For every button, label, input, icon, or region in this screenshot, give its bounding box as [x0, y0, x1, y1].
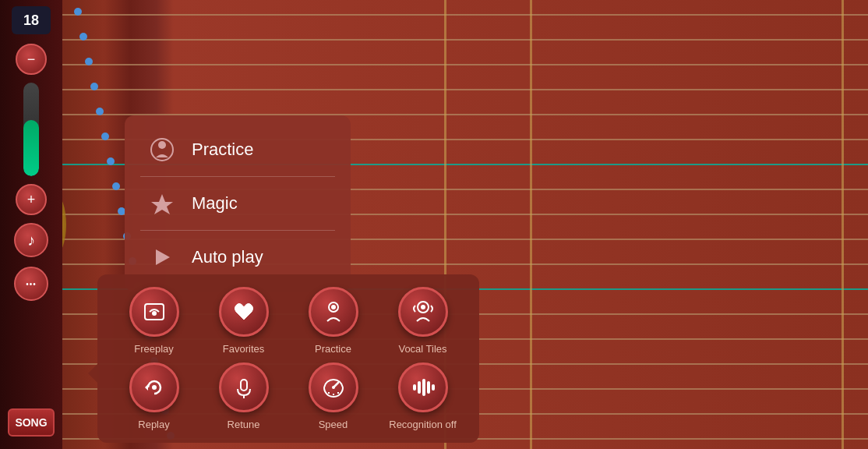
more-options-button[interactable]: ••• [14, 267, 48, 301]
mode-menu: Practice Magic Auto play [125, 115, 351, 292]
replay-button[interactable] [129, 362, 179, 412]
practice-control[interactable]: Practice [292, 287, 374, 355]
vocal-tiles-button[interactable] [398, 287, 448, 337]
freeplay-control[interactable]: Freeplay [113, 287, 195, 355]
practice-icon [148, 136, 176, 164]
controls-panel: Freeplay Favorites Practice [97, 274, 479, 443]
mode-magic-item[interactable]: Magic [140, 179, 335, 228]
bridge-dot-8 [112, 182, 120, 190]
vocal-tiles-label: Vocal Tiles [398, 343, 446, 355]
plus-icon: + [27, 192, 36, 208]
menu-divider-2 [140, 230, 335, 231]
svg-point-3 [152, 311, 157, 316]
string-1 [62, 14, 868, 16]
svg-point-8 [152, 385, 157, 390]
svg-rect-16 [413, 384, 416, 391]
bridge-dot-3 [85, 58, 93, 65]
speed-button[interactable] [309, 362, 358, 412]
svg-rect-17 [418, 381, 421, 394]
freeplay-button[interactable] [129, 287, 179, 337]
panel-arrow [88, 362, 99, 384]
retune-label: Retune [228, 419, 260, 430]
bridge-dot-6 [101, 133, 109, 140]
svg-point-1 [158, 141, 166, 149]
svg-point-7 [421, 305, 425, 309]
left-panel: 18 − + ♪ ••• SONG [0, 0, 62, 449]
volume-increase-button[interactable]: + [16, 184, 47, 215]
svg-rect-20 [432, 384, 435, 391]
string-4 [62, 89, 868, 90]
counter-value: 18 [23, 12, 39, 29]
bridge-dot-4 [90, 83, 98, 90]
bridge-dot-5 [96, 108, 104, 115]
bar-line-3 [842, 0, 844, 449]
dots-icon: ••• [26, 280, 37, 288]
replay-label: Replay [138, 419, 169, 430]
mode-practice-item[interactable]: Practice [140, 125, 335, 175]
song-label: SONG [15, 416, 47, 429]
speed-label: Speed [319, 419, 348, 430]
magic-icon [148, 189, 176, 217]
magic-label: Magic [192, 193, 238, 214]
vocal-tiles-control[interactable]: Vocal Tiles [382, 287, 464, 355]
speed-control[interactable]: Speed [292, 362, 374, 430]
menu-divider-1 [140, 176, 335, 177]
freeplay-label: Freeplay [134, 343, 174, 355]
bridge-dot-7 [107, 157, 115, 165]
retune-button[interactable] [219, 362, 269, 412]
string-2 [62, 39, 868, 41]
practice-button[interactable] [309, 287, 358, 337]
bridge-dot-2 [79, 33, 87, 41]
minus-icon: − [27, 51, 36, 68]
autoplay-icon [148, 243, 176, 271]
counter-badge: 18 [12, 6, 51, 34]
music-button[interactable]: ♪ [14, 223, 48, 257]
controls-grid: Freeplay Favorites Practice [113, 287, 464, 430]
svg-point-5 [331, 305, 336, 309]
autoplay-label: Auto play [192, 247, 263, 267]
recognition-label: Recognition off [389, 419, 457, 430]
favorites-label: Favorites [223, 343, 264, 355]
retune-control[interactable]: Retune [203, 362, 284, 430]
recognition-button[interactable] [398, 362, 448, 412]
practice-btn-label: Practice [315, 343, 351, 355]
favorites-control[interactable]: Favorites [203, 287, 284, 355]
bridge-dot-1 [74, 8, 82, 16]
music-icon: ♪ [27, 232, 35, 249]
svg-rect-19 [427, 381, 430, 394]
recognition-control[interactable]: Recognition off [382, 362, 464, 430]
favorites-button[interactable] [219, 287, 269, 337]
svg-point-12 [332, 386, 335, 389]
practice-label: Practice [192, 140, 253, 160]
volume-fill [23, 120, 39, 176]
volume-slider[interactable] [23, 83, 39, 176]
song-button[interactable]: SONG [8, 408, 55, 437]
string-3 [62, 64, 868, 65]
replay-control[interactable]: Replay [113, 362, 195, 430]
svg-rect-18 [422, 379, 425, 396]
volume-decrease-button[interactable]: − [16, 44, 47, 75]
svg-rect-9 [241, 380, 247, 391]
bar-line-2 [530, 0, 532, 449]
